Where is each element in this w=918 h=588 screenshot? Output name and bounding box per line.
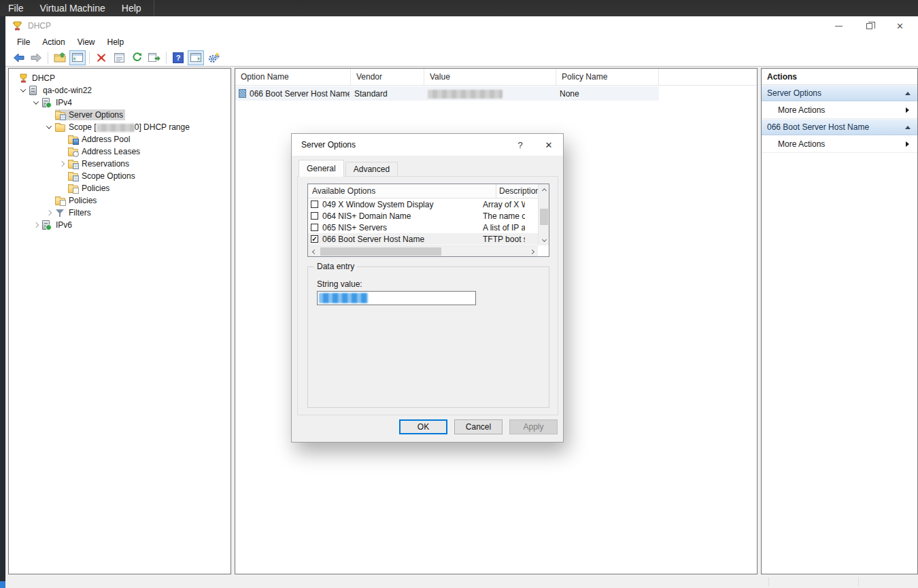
column-header-vendor[interactable]: Vendor bbox=[351, 69, 424, 86]
console-tree-pane: DHCP qa-odc-win22 IPv4 Server Options bbox=[8, 68, 231, 574]
chevron-collapsed-icon[interactable] bbox=[56, 162, 68, 166]
string-value-input[interactable] bbox=[317, 291, 476, 305]
column-header-policy-name[interactable]: Policy Name bbox=[556, 69, 659, 86]
tree-item-address-pool[interactable]: Address Pool bbox=[9, 133, 231, 145]
menu-action[interactable]: Action bbox=[36, 35, 71, 49]
vertical-scroll-thumb[interactable] bbox=[540, 209, 548, 225]
more-actions-server-options[interactable]: More Actions bbox=[762, 101, 917, 119]
delete-icon[interactable] bbox=[93, 50, 109, 65]
tree-item-ipv4[interactable]: IPv4 bbox=[9, 97, 231, 109]
menu-file[interactable]: File bbox=[11, 35, 36, 49]
checkbox-unchecked[interactable] bbox=[311, 212, 318, 220]
scroll-right-icon[interactable] bbox=[527, 246, 538, 257]
tab-general[interactable]: General bbox=[299, 160, 344, 177]
horizontal-scrollbar[interactable] bbox=[308, 245, 538, 256]
dialog-help-button[interactable]: ? bbox=[506, 134, 534, 156]
apply-button[interactable]: Apply bbox=[509, 419, 558, 434]
chevron-collapsed-icon[interactable] bbox=[30, 223, 42, 227]
tree-item-policies[interactable]: Policies bbox=[9, 194, 231, 207]
server-options-dialog: Server Options ? ✕ General Advanced Avai… bbox=[291, 133, 564, 443]
column-header-available-options[interactable]: Available Options bbox=[308, 184, 496, 198]
option-description: TFTP boot s bbox=[483, 235, 525, 244]
actions-section-066-boot-server[interactable]: 066 Boot Server Host Name bbox=[762, 119, 917, 135]
checkbox-unchecked[interactable] bbox=[311, 201, 318, 208]
option-row-065[interactable]: 065 NIS+ Servers A list of IP a bbox=[308, 222, 549, 233]
more-actions-label: More Actions bbox=[778, 139, 825, 149]
cell-option-name: 066 Boot Server Host Name bbox=[246, 89, 350, 99]
window-titlebar: DHCP ✕ bbox=[5, 16, 918, 35]
vm-viewer: File Virtual Machine Help DHCP ✕ File Ac… bbox=[0, 0, 918, 588]
tab-advanced[interactable]: Advanced bbox=[345, 162, 398, 176]
chevron-collapsed-icon[interactable] bbox=[43, 211, 55, 215]
vm-menu-help[interactable]: Help bbox=[114, 0, 150, 16]
folder-grid-icon bbox=[68, 159, 80, 169]
more-actions-066-boot-server[interactable]: More Actions bbox=[762, 135, 917, 153]
vm-menu-file[interactable]: File bbox=[0, 0, 32, 16]
chevron-expanded-icon[interactable] bbox=[17, 88, 29, 92]
scroll-down-icon[interactable] bbox=[539, 235, 549, 245]
column-header-option-name[interactable]: Option Name bbox=[235, 69, 351, 86]
scroll-left-icon[interactable] bbox=[308, 246, 319, 257]
funnel-icon bbox=[55, 208, 67, 218]
cancel-button[interactable]: Cancel bbox=[454, 419, 503, 434]
ok-button[interactable]: OK bbox=[399, 419, 447, 434]
vertical-scrollbar[interactable] bbox=[538, 184, 549, 245]
redacted-string-value-selection bbox=[319, 293, 368, 303]
folder-options-icon bbox=[55, 110, 67, 120]
tree-item-server[interactable]: qa-odc-win22 bbox=[9, 84, 231, 97]
tree-item-label: Scope Options bbox=[80, 171, 137, 181]
dialog-close-button[interactable]: ✕ bbox=[534, 134, 563, 156]
cell-policy-name: None bbox=[555, 89, 658, 99]
tree-item-scope-policies[interactable]: Policies bbox=[9, 182, 231, 194]
tree-item-reservations[interactable]: Reservations bbox=[9, 158, 231, 170]
chevron-expanded-icon[interactable] bbox=[30, 101, 42, 105]
menu-view[interactable]: View bbox=[71, 35, 101, 49]
vm-menu-virtual-machine[interactable]: Virtual Machine bbox=[32, 0, 114, 16]
minimize-button[interactable] bbox=[823, 16, 854, 35]
collapse-icon[interactable] bbox=[905, 92, 911, 95]
tree-item-ipv6[interactable]: IPv6 bbox=[9, 219, 231, 231]
checkbox-unchecked[interactable] bbox=[311, 224, 318, 231]
up-one-level-icon[interactable] bbox=[52, 50, 68, 65]
properties-icon[interactable] bbox=[111, 50, 127, 65]
services-icon[interactable] bbox=[205, 50, 222, 65]
tree-item-scope-options[interactable]: Scope Options bbox=[9, 170, 231, 182]
chevron-expanded-icon[interactable] bbox=[43, 125, 55, 129]
tree-item-scope[interactable]: Scope [0] DHCP range bbox=[9, 121, 231, 133]
tab-page-general: Available Options Description 049 X Wind… bbox=[297, 176, 558, 415]
folder-options-icon bbox=[68, 171, 80, 181]
back-icon[interactable] bbox=[10, 50, 27, 65]
show-hide-action-pane-icon[interactable] bbox=[188, 50, 204, 65]
option-row-066[interactable]: 066 Boot Server Host Name TFTP boot s bbox=[308, 233, 549, 245]
tree-item-label: Address Leases bbox=[80, 146, 142, 157]
folder-icon bbox=[55, 122, 67, 132]
tree-item-label: Scope [0] DHCP range bbox=[67, 122, 192, 133]
tree-item-filters[interactable]: Filters bbox=[9, 207, 231, 219]
refresh-icon[interactable] bbox=[129, 50, 145, 65]
collapse-icon[interactable] bbox=[905, 126, 911, 129]
cell-value bbox=[423, 88, 555, 98]
option-row-049[interactable]: 049 X Window System Display Array of X W bbox=[308, 198, 549, 210]
redacted-value bbox=[428, 90, 503, 99]
forward-icon[interactable] bbox=[28, 50, 44, 65]
tree-item-label: IPv6 bbox=[54, 220, 74, 230]
column-header-value[interactable]: Value bbox=[424, 69, 556, 86]
scroll-up-icon[interactable] bbox=[539, 184, 549, 195]
close-button[interactable]: ✕ bbox=[885, 16, 915, 35]
option-row-064[interactable]: 064 NIS+ Domain Name The name o bbox=[308, 210, 549, 222]
tree-item-server-options[interactable]: Server Options bbox=[9, 109, 231, 121]
table-row[interactable]: 066 Boot Server Host Name Standard None bbox=[235, 86, 659, 101]
actions-section-server-options[interactable]: Server Options bbox=[762, 85, 917, 101]
restore-button[interactable] bbox=[854, 16, 885, 35]
submenu-arrow-icon bbox=[906, 141, 909, 147]
tree-item-dhcp-root[interactable]: DHCP bbox=[9, 72, 231, 84]
tree-item-address-leases[interactable]: Address Leases bbox=[9, 145, 231, 158]
option-label: 064 NIS+ Domain Name bbox=[322, 211, 411, 221]
horizontal-scroll-thumb[interactable] bbox=[320, 247, 441, 256]
checkbox-checked[interactable] bbox=[311, 235, 318, 243]
menu-help[interactable]: Help bbox=[101, 35, 131, 49]
export-list-icon[interactable] bbox=[146, 50, 163, 65]
tree-item-label: Reservations bbox=[80, 158, 131, 169]
help-icon[interactable]: ? bbox=[170, 50, 186, 65]
show-hide-console-tree-icon[interactable] bbox=[69, 50, 86, 65]
